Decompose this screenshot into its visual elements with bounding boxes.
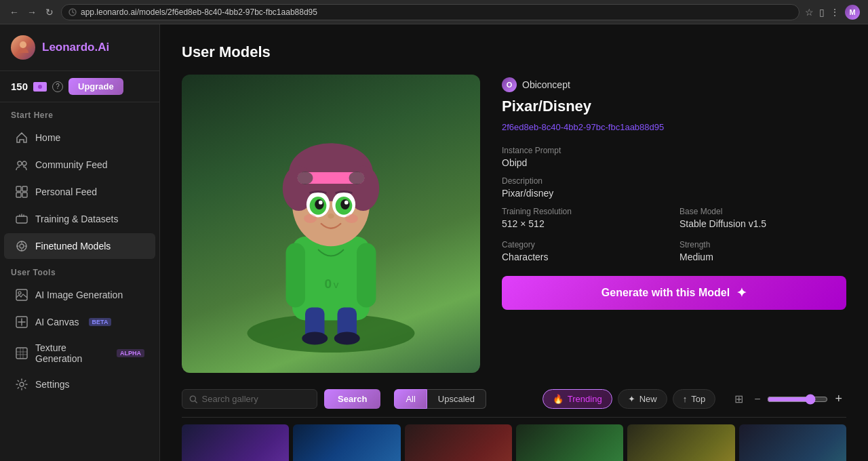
forward-button[interactable]: → [26, 6, 38, 18]
svg-point-14 [18, 292, 21, 294]
gallery-thumb-2[interactable] [293, 424, 400, 461]
sidebar-item-finetuned[interactable]: Finetuned Models [4, 233, 155, 259]
refresh-button[interactable]: ↻ [43, 6, 56, 18]
canvas-icon [15, 315, 28, 329]
menu-icon[interactable]: ⋮ [830, 7, 840, 18]
svg-rect-13 [16, 289, 27, 300]
sort-trending-button[interactable]: 🔥 Trending [542, 389, 612, 409]
shrink-button[interactable]: − [750, 390, 764, 408]
address-bar[interactable]: app.leonardo.ai/models/2f6ed8eb-8c40-4bb… [61, 4, 800, 20]
gallery-thumb-3[interactable] [405, 424, 512, 461]
sidebar-item-personal-feed[interactable]: Personal Feed [4, 179, 155, 205]
zoom-slider[interactable] [767, 394, 828, 405]
generate-button[interactable]: Generate with this Model ✦ [502, 276, 846, 310]
svg-point-34 [298, 172, 313, 184]
ai-image-label: AI Image Generation [35, 289, 123, 300]
sidebar-item-texture[interactable]: Texture Generation ALPHA [4, 336, 155, 370]
filter-upscaled-button[interactable]: Upscaled [427, 389, 486, 409]
category-label: Category [502, 240, 669, 249]
instance-prompt-section: Instance Prompt Obipd [502, 146, 846, 168]
description-section: Description Pixar/disney [502, 176, 846, 199]
credits-help-icon[interactable]: ? [52, 81, 63, 92]
expand-button[interactable]: + [831, 389, 846, 409]
grid-view-button[interactable]: ⊞ [730, 390, 747, 408]
personal-feed-icon [15, 185, 28, 199]
svg-point-3 [38, 85, 42, 89]
texture-icon [15, 346, 28, 360]
training-res-value: 512 × 512 [502, 218, 669, 229]
svg-rect-8 [16, 193, 21, 197]
user-avatar[interactable]: M [845, 5, 860, 20]
settings-icon [15, 378, 28, 391]
image-gen-icon [15, 288, 28, 302]
sidebar: Leonardo.Ai 150 ? Upgrade Start Here Hom… [0, 24, 160, 461]
sidebar-item-ai-image[interactable]: AI Image Generation [4, 282, 155, 308]
home-label: Home [35, 132, 60, 143]
sidebar-item-settings[interactable]: Settings [4, 372, 155, 397]
top-icon: ↑ [683, 394, 688, 404]
app-layout: Leonardo.Ai 150 ? Upgrade Start Here Hom… [0, 24, 868, 461]
top-label: Top [691, 394, 705, 404]
training-res-item: Training Resolution 512 × 512 [502, 207, 669, 229]
training-icon [15, 212, 28, 226]
svg-point-35 [349, 172, 365, 184]
back-button[interactable]: ← [8, 6, 20, 18]
gallery-thumb-1[interactable] [182, 424, 289, 461]
upgrade-button[interactable]: Upgrade [68, 78, 123, 95]
instance-prompt-label: Instance Prompt [502, 146, 846, 155]
model-info: O Obiconcept Pixar/Disney 2f6ed8eb-8c40-… [502, 75, 846, 373]
extensions-icon[interactable]: ▯ [819, 7, 825, 18]
settings-label: Settings [35, 379, 70, 390]
browser-actions: ☆ ▯ ⋮ M [805, 5, 860, 20]
url-text: app.leonardo.ai/models/2f6ed8eb-8c40-4bb… [81, 7, 317, 17]
svg-point-43 [344, 201, 349, 205]
sidebar-item-community-feed[interactable]: Community Feed [4, 152, 155, 178]
logo-avatar [11, 35, 35, 60]
trending-label: Trending [568, 394, 602, 404]
new-icon: ✦ [628, 394, 635, 404]
canvas-badge: BETA [89, 318, 112, 326]
model-image: 0 v [182, 75, 480, 373]
credits-token-icon [33, 82, 47, 92]
search-button[interactable]: Search [324, 389, 380, 409]
filter-all-button[interactable]: All [394, 389, 427, 409]
gallery-sort: 🔥 Trending ✦ New ↑ Top [542, 389, 715, 409]
credits-count: 150 [11, 81, 28, 92]
finetuned-icon [15, 239, 28, 253]
gallery-search-container [182, 389, 317, 409]
generate-icon: ✦ [736, 285, 747, 300]
gallery-search-input[interactable] [202, 394, 310, 404]
model-id: 2f6ed8eb-8c40-4bb2-97bc-fbc1aab88d95 [502, 122, 846, 132]
svg-point-27 [334, 332, 360, 345]
sidebar-item-training[interactable]: Training & Datasets [4, 206, 155, 232]
gallery-thumb-6[interactable] [739, 424, 846, 461]
community-icon [15, 158, 28, 172]
generate-label: Generate with this Model [601, 287, 730, 299]
sidebar-item-home[interactable]: Home [4, 125, 155, 151]
home-icon [15, 131, 28, 144]
description-value: Pixar/disney [502, 188, 846, 199]
texture-badge: ALPHA [117, 349, 144, 357]
gallery-thumb-4[interactable] [516, 424, 623, 461]
model-name: Pixar/Disney [502, 98, 846, 115]
svg-point-4 [18, 161, 22, 165]
sort-new-button[interactable]: ✦ New [618, 389, 667, 409]
training-res-label: Training Resolution [502, 207, 669, 216]
svg-rect-10 [16, 216, 27, 223]
search-icon [189, 395, 198, 404]
gallery-thumb-5[interactable] [627, 424, 734, 461]
filter-buttons: All Upscaled [394, 389, 486, 409]
section-tools-label: User Tools [0, 260, 159, 281]
sidebar-item-canvas[interactable]: AI Canvas BETA [4, 309, 155, 335]
base-model-value: Stable Diffusion v1.5 [679, 218, 846, 229]
svg-point-12 [20, 244, 24, 248]
bookmark-icon[interactable]: ☆ [805, 7, 814, 18]
character-illustration: 0 v [236, 95, 426, 353]
section-start-label: Start Here [0, 102, 159, 124]
canvas-label: AI Canvas [35, 317, 79, 327]
sort-top-button[interactable]: ↑ Top [673, 389, 715, 409]
svg-rect-20 [286, 243, 306, 308]
svg-point-42 [319, 201, 323, 205]
community-feed-label: Community Feed [35, 159, 108, 170]
svg-rect-6 [16, 186, 21, 191]
